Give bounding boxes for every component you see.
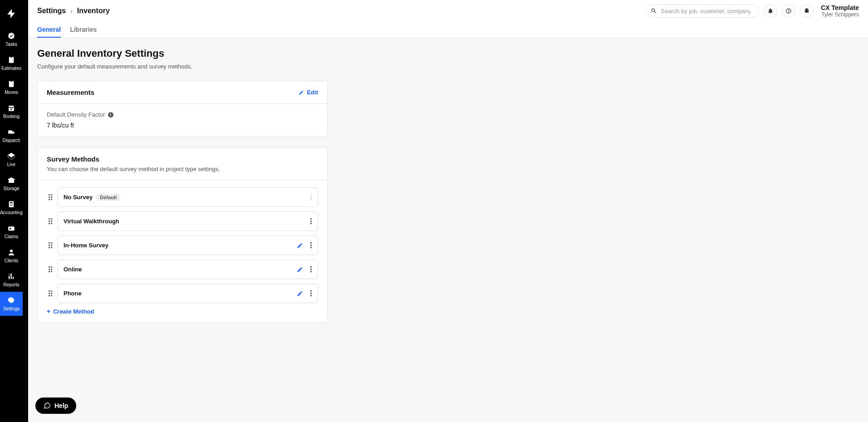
notifications-button[interactable]: [764, 4, 777, 18]
density-factor-value: 7 lbs/cu ft: [47, 122, 318, 129]
clients-icon: [7, 248, 15, 256]
global-search[interactable]: [646, 4, 759, 18]
plus-icon: +: [47, 308, 50, 315]
edit-measurements-button[interactable]: Edit: [299, 89, 318, 96]
survey-method-item: Online: [58, 260, 318, 279]
edit-method-button[interactable]: [297, 242, 303, 249]
survey-method-row: Online: [47, 260, 318, 279]
method-menu-button[interactable]: [309, 216, 312, 226]
create-method-button[interactable]: +Create Method: [47, 308, 318, 315]
svg-rect-3: [9, 81, 14, 87]
search-icon: [651, 8, 657, 14]
survey-method-item: In-Home Survey: [58, 236, 318, 255]
density-factor-label: Default Density Factor i: [47, 111, 318, 118]
survey-method-name: No Survey: [64, 194, 93, 201]
survey-method-row: Phone: [47, 284, 318, 303]
dispatch-icon: [7, 128, 15, 136]
svg-point-16: [12, 205, 13, 206]
sidebar-item-moves[interactable]: Moves: [0, 75, 23, 99]
help-widget[interactable]: Help: [35, 397, 76, 414]
drag-handle-icon[interactable]: [47, 266, 54, 273]
claims-icon: [7, 224, 15, 232]
drag-handle-icon[interactable]: [47, 242, 54, 249]
sidebar-item-label: Claims: [5, 234, 19, 239]
sidebar-item-estimates[interactable]: Estimates: [0, 51, 23, 75]
chevron-right-icon: ›: [70, 7, 73, 15]
sidebar-item-dispatch[interactable]: Dispatch: [0, 123, 23, 147]
sidebar-item-label: Clients: [5, 258, 19, 263]
default-badge: Default: [96, 194, 120, 201]
pencil-icon: [299, 90, 304, 95]
survey-methods-card: Survey Methods You can choose the defaul…: [37, 147, 328, 323]
sidebar-item-label: Settings: [3, 306, 20, 311]
sidebar-item-accounting[interactable]: Accounting: [0, 196, 23, 220]
survey-method-name: In-Home Survey: [64, 242, 108, 249]
breadcrumb: Settings › Inventory: [37, 7, 110, 15]
sidebar-item-booking[interactable]: Booking: [0, 99, 23, 123]
sidebar-item-label: Accounting: [0, 210, 22, 215]
reports-icon: [7, 272, 15, 280]
survey-method-row: In-Home Survey: [47, 236, 318, 255]
drag-handle-icon[interactable]: [47, 218, 54, 225]
method-actions: [297, 289, 312, 298]
sidebar-item-label: Moves: [5, 90, 18, 95]
measurements-card: Measurements Edit Default Density Factor…: [37, 81, 328, 137]
svg-point-12: [11, 204, 12, 205]
sidebar-item-label: Reports: [3, 282, 19, 287]
help-button[interactable]: [782, 4, 795, 18]
breadcrumb-root[interactable]: Settings: [37, 7, 66, 15]
sidebar-item-tasks[interactable]: Tasks: [0, 27, 23, 51]
svg-rect-1: [9, 57, 14, 63]
survey-title: Survey Methods: [47, 155, 318, 163]
tasks-icon: [7, 32, 15, 40]
drag-handle-icon[interactable]: [47, 194, 54, 201]
method-menu-button[interactable]: [309, 240, 312, 250]
sidebar-item-clients[interactable]: Clients: [0, 244, 23, 268]
sidebar-item-label: Booking: [3, 114, 20, 119]
edit-method-button[interactable]: [297, 266, 303, 273]
booking-icon: [7, 104, 15, 112]
svg-rect-5: [9, 106, 14, 111]
sidebar-item-live[interactable]: Live: [0, 147, 23, 172]
tab-general[interactable]: General: [37, 22, 61, 38]
ghost-icon: [804, 8, 810, 14]
survey-method-list: No SurveyDefaultVirtual WalkthroughIn-Ho…: [38, 180, 327, 322]
tabs: General Libraries: [28, 22, 868, 38]
main-content: General Inventory Settings Configure you…: [0, 0, 868, 422]
method-menu-button: [309, 192, 312, 202]
user-name: Tyler Schippers: [821, 11, 859, 18]
sidebar-item-claims[interactable]: Claims: [0, 220, 23, 244]
sidebar: TasksEstimatesMovesBookingDispatchLiveSt…: [0, 0, 23, 422]
sidebar-item-settings[interactable]: Settings: [0, 292, 23, 316]
edit-method-button[interactable]: [297, 290, 303, 297]
sidebar-item-storage[interactable]: Storage: [0, 172, 23, 196]
method-actions: [309, 216, 312, 226]
svg-rect-4: [10, 80, 13, 82]
survey-method-name: Virtual Walkthrough: [64, 218, 119, 225]
survey-method-item: Phone: [58, 284, 318, 303]
page-description: Configure your default measurements and …: [37, 63, 859, 70]
svg-point-15: [11, 205, 12, 206]
survey-method-item: No SurveyDefault: [58, 187, 318, 207]
sidebar-item-label: Storage: [3, 186, 19, 191]
tab-libraries[interactable]: Libraries: [70, 22, 97, 38]
sidebar-item-reports[interactable]: Reports: [0, 268, 23, 292]
svg-rect-10: [10, 202, 13, 203]
info-icon[interactable]: i: [108, 112, 113, 118]
drag-handle-icon[interactable]: [47, 290, 54, 297]
profile-button[interactable]: [800, 4, 814, 18]
method-menu-button[interactable]: [309, 265, 312, 274]
sidebar-nav: TasksEstimatesMovesBookingDispatchLiveSt…: [0, 27, 23, 422]
moves-icon: [7, 80, 15, 88]
user-menu[interactable]: CX Template Tyler Schippers: [821, 4, 859, 18]
bell-icon: [767, 8, 774, 14]
app-logo[interactable]: [0, 0, 23, 27]
estimates-icon: [7, 56, 15, 64]
method-menu-button[interactable]: [309, 289, 312, 298]
accounting-icon: [7, 200, 15, 208]
svg-point-13: [12, 204, 13, 205]
svg-point-11: [10, 204, 11, 205]
search-input[interactable]: [657, 8, 754, 15]
method-actions: [297, 265, 312, 274]
survey-subtitle: You can choose the default survey method…: [47, 166, 318, 172]
